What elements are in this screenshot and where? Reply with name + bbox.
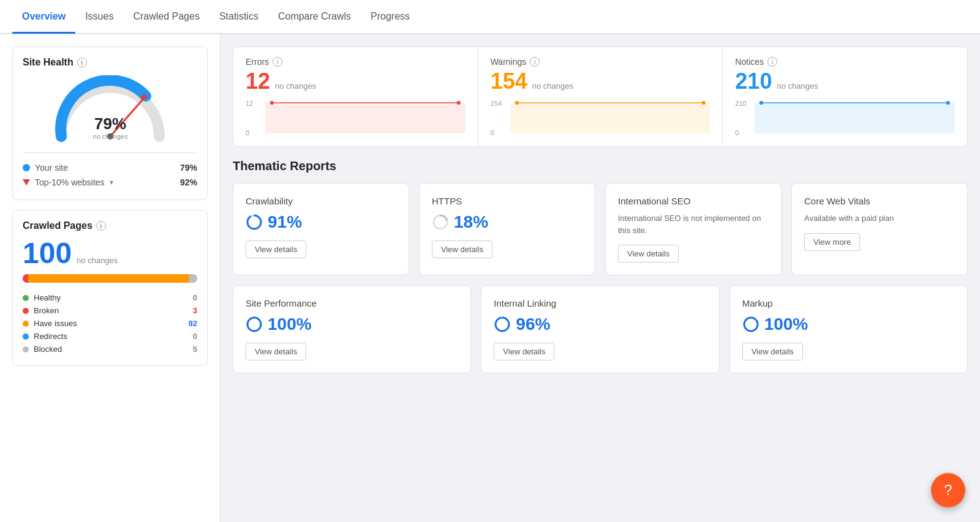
markup-metric: 100% (742, 315, 955, 334)
nav-issues[interactable]: Issues (75, 0, 123, 34)
svg-point-6 (457, 101, 461, 105)
warnings-info-icon[interactable]: i (530, 57, 540, 67)
errors-label: Errors i (246, 57, 466, 67)
https-metric: 18% (432, 212, 582, 232)
gauge-percent: 79% (94, 114, 126, 133)
svg-rect-3 (265, 103, 466, 133)
errors-info-icon[interactable]: i (273, 57, 282, 67)
reports-bottom-grid: Site Performance 100% View details Inter… (233, 285, 968, 373)
svg-point-24 (744, 318, 758, 331)
svg-point-20 (247, 318, 261, 331)
site-health-card: Site Health i 79% no changes (12, 47, 208, 200)
redirects-value: 0 (193, 332, 197, 341)
crawlability-card: Crawlability 91% View details (233, 183, 409, 275)
blocked-segment (189, 274, 197, 283)
site-performance-metric: 100% (246, 315, 458, 334)
have-issues-dot (23, 321, 29, 327)
metrics-row: Errors i 12 no changes 12 0 (233, 47, 968, 147)
crawled-pages-info-icon[interactable]: i (96, 221, 106, 231)
notices-info-icon[interactable]: i (767, 57, 777, 67)
crawlability-circle-icon (246, 214, 263, 231)
nav-bar: Overview Issues Crawled Pages Statistics… (0, 0, 980, 34)
broken-segment (23, 274, 28, 283)
notices-value: 210 (735, 70, 772, 92)
broken-label: Broken (34, 306, 59, 315)
site-performance-card: Site Performance 100% View details (233, 285, 471, 373)
have-issues-legend: Have issues 92 (23, 317, 197, 330)
https-view-btn[interactable]: View details (432, 240, 492, 258)
markup-circle-icon (742, 316, 760, 333)
top-sites-triangle-icon (23, 179, 30, 185)
nav-overview[interactable]: Overview (12, 0, 75, 34)
svg-point-5 (270, 101, 274, 105)
svg-point-22 (496, 318, 509, 331)
intl-seo-description: International SEO is not implemented on … (618, 212, 769, 236)
main-content: Errors i 12 no changes 12 0 (221, 34, 980, 522)
errors-value-row: 12 no changes (246, 70, 466, 92)
internal-linking-title: Internal Linking (494, 298, 706, 308)
site-health-info-icon[interactable]: i (77, 58, 87, 67)
internal-linking-card: Internal Linking 96% View details (481, 285, 719, 373)
svg-point-10 (701, 101, 706, 105)
intl-seo-view-btn[interactable]: View details (618, 245, 679, 263)
crawled-pages-progress-bar (23, 274, 197, 283)
markup-view-btn[interactable]: View details (742, 343, 803, 360)
crawled-pages-count-row: 100 no changes (23, 239, 197, 268)
https-percent: 18% (454, 212, 488, 232)
core-web-vitals-view-btn[interactable]: View more (804, 233, 860, 251)
healthy-label: Healthy (34, 293, 61, 302)
errors-value: 12 (246, 70, 270, 92)
blocked-legend: Blocked 5 (23, 343, 197, 356)
site-performance-view-btn[interactable]: View details (246, 343, 306, 360)
internal-linking-metric: 96% (494, 315, 706, 334)
gauge-container: 79% no changes (23, 75, 197, 143)
warnings-label: Warnings i (491, 57, 710, 67)
markup-title: Markup (742, 298, 955, 308)
healthy-dot (23, 295, 29, 301)
have-issues-label: Have issues (34, 319, 77, 328)
nav-crawled-pages[interactable]: Crawled Pages (123, 0, 209, 34)
have-issues-value: 92 (189, 319, 197, 328)
https-card: HTTPS 18% View details (419, 183, 595, 275)
svg-point-13 (760, 101, 764, 105)
site-health-title: Site Health i (23, 57, 197, 68)
markup-percent: 100% (764, 315, 809, 334)
internal-linking-percent: 96% (516, 315, 550, 334)
notices-label: Notices i (735, 57, 955, 67)
main-layout: Site Health i 79% no changes (0, 34, 980, 522)
fab-icon: ? (944, 482, 952, 499)
top-sites-chevron-icon[interactable]: ▾ (110, 178, 113, 187)
your-site-dot (23, 164, 30, 171)
core-web-vitals-description: Available with a paid plan (804, 212, 955, 225)
site-performance-percent: 100% (268, 315, 312, 334)
crawlability-percent: 91% (268, 212, 302, 232)
errors-no-changes: no changes (275, 81, 316, 91)
gauge-svg: 79% no changes (49, 75, 172, 143)
https-circle-icon (432, 214, 449, 231)
svg-rect-11 (755, 103, 955, 133)
notices-value-row: 210 no changes (735, 70, 955, 92)
nav-progress[interactable]: Progress (361, 0, 420, 34)
sidebar: Site Health i 79% no changes (0, 34, 221, 522)
internal-linking-view-btn[interactable]: View details (494, 343, 554, 360)
nav-statistics[interactable]: Statistics (209, 0, 268, 34)
svg-point-9 (514, 101, 519, 105)
healthy-legend: Healthy 0 (23, 291, 197, 304)
crawlability-metric: 91% (246, 212, 396, 232)
nav-compare-crawls[interactable]: Compare Crawls (268, 0, 361, 34)
svg-point-14 (946, 101, 951, 105)
fab-button[interactable]: ? (931, 473, 965, 507)
site-performance-title: Site Performance (246, 298, 458, 308)
broken-value: 3 (193, 306, 197, 315)
warnings-metric-card: Warnings i 154 no changes 154 0 (478, 47, 723, 146)
crawlability-title: Crawlability (246, 196, 396, 206)
blocked-label: Blocked (34, 345, 62, 354)
warnings-value: 154 (491, 70, 527, 92)
crawlability-view-btn[interactable]: View details (246, 240, 306, 258)
errors-chart: 12 0 (246, 100, 466, 136)
warnings-value-row: 154 no changes (491, 70, 710, 92)
your-site-legend: Your site 79% (23, 160, 197, 175)
gauge-subtext: no changes (92, 133, 127, 140)
markup-card: Markup 100% View details (729, 285, 968, 373)
thematic-reports-title: Thematic Reports (233, 159, 968, 173)
